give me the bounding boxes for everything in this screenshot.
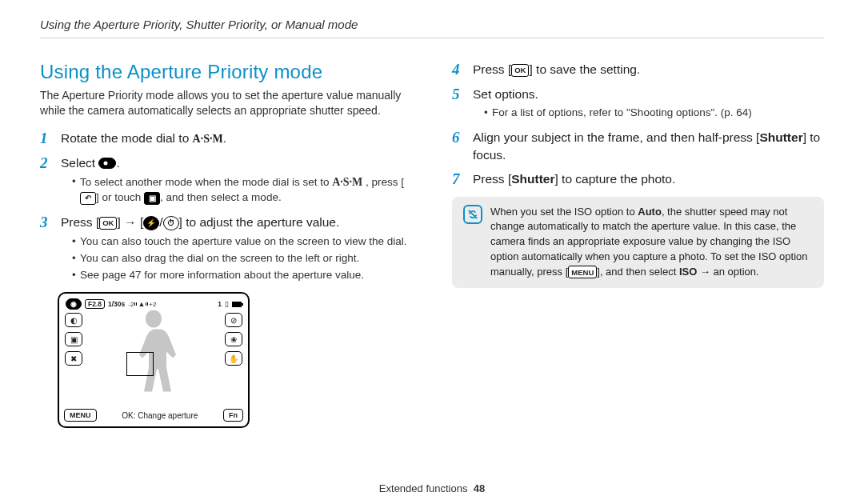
menu-button-icon: MENU	[568, 266, 597, 278]
step3-text-d: ] to adjust the aperture value.	[179, 215, 340, 229]
ok-button-icon: OK	[511, 64, 529, 77]
steps-left: Rotate the mode dial to A·S·M. Select . …	[40, 130, 412, 285]
mode-dial-asm-icon: A·S·M	[193, 133, 223, 145]
flash-icon: ⚡	[143, 216, 159, 230]
steps-right: Press [OK] to save the setting. Set opti…	[452, 61, 824, 189]
viewfinder-shutter: 1/30s	[108, 300, 125, 308]
viewfinder-fvalue: F2.8	[85, 299, 105, 309]
viewfinder-battery-icon	[232, 302, 242, 307]
step2-note-b: , press [	[366, 176, 404, 188]
section-heading: Using the Aperture Priority mode	[40, 61, 412, 83]
viewfinder-ev-scale: -2 ▲ +2	[128, 300, 156, 308]
camera-viewfinder-illustration: ◉ F2.8 1/30s -2 ▲ +2 1 ▯ ◐ ▣ ✖	[58, 292, 250, 428]
step3-note3: See page 47 for more information about t…	[72, 268, 407, 283]
step3-note1: You can also touch the aperture value on…	[72, 234, 407, 250]
step6-shutter: Shutter	[759, 130, 802, 144]
step7-shutter: Shutter	[511, 172, 554, 186]
viewfinder-fn-button: Fn	[223, 409, 243, 422]
step7-text-c: ] to capture the photo.	[554, 172, 675, 186]
camera-touch-icon: ▣	[144, 192, 160, 205]
step1-text-b: .	[223, 131, 226, 145]
step3-note2: You can also drag the dial on the screen…	[72, 251, 407, 266]
aperture-mode-icon	[98, 158, 116, 169]
step3-text-b: ] → [	[117, 215, 143, 229]
step5-note: For a list of options, refer to "Shootin…	[484, 106, 752, 121]
footer-label: Extended functions	[379, 482, 468, 494]
ok-button-icon: OK	[99, 217, 117, 230]
note-auto: Auto	[638, 206, 662, 218]
note-iso: ISO	[679, 266, 697, 278]
viewfinder-count: 1	[218, 300, 222, 308]
left-column: Using the Aperture Priority mode The Ape…	[40, 61, 412, 428]
right-column: Press [OK] to save the setting. Set opti…	[452, 61, 824, 428]
intro-text: The Aperture Priority mode allows you to…	[40, 88, 412, 118]
note-box: When you set the ISO option to Auto, the…	[452, 197, 824, 288]
step1-text-a: Rotate the mode dial to	[61, 131, 193, 145]
step2-note-a: To select another mode when the mode dia…	[80, 176, 332, 188]
step2-note-d: , and then select a mode.	[160, 191, 282, 203]
viewfinder-sd-icon: ▯	[225, 300, 229, 308]
note-a: When you set the ISO option to	[490, 206, 638, 218]
stabilizer-icon: ✋	[225, 351, 242, 366]
step3-text-a: Press [	[61, 215, 99, 229]
page-footer: Extended functions 48	[0, 482, 864, 494]
viewfinder-left-icons: ◐ ▣ ✖	[64, 310, 83, 407]
step2-text-b: .	[116, 156, 119, 170]
timer-icon: ⏱	[163, 216, 179, 230]
flash-mode-icon: ⊘	[225, 313, 242, 327]
note-d: → an option.	[697, 266, 758, 278]
step6-text-a: Align your subject in the frame, and the…	[473, 130, 759, 144]
note-c: ], and then select	[597, 266, 679, 278]
step3-text-c: /	[159, 215, 162, 229]
footer-page: 48	[474, 482, 485, 494]
viewfinder-mode-icon: ◉	[66, 298, 82, 310]
step2-note-c: ] or touch	[96, 191, 144, 203]
back-icon: ↶	[80, 192, 96, 205]
step4-text-a: Press [	[473, 62, 511, 76]
burst-icon: ▣	[65, 332, 82, 346]
breadcrumb: Using the Aperture Priority, Shutter Pri…	[40, 18, 824, 38]
asm-icon: A·S·M	[332, 176, 362, 188]
flash-off-icon: ✖	[65, 351, 82, 366]
step5-text: Set options.	[473, 87, 538, 101]
step7-text-a: Press [	[473, 172, 511, 186]
note-icon	[463, 205, 482, 224]
focus-box	[126, 352, 154, 376]
step2-text-a: Select	[61, 156, 98, 170]
macro-icon: ❀	[225, 332, 242, 346]
viewfinder-right-icons: ⊘ ❀ ✋	[224, 310, 243, 407]
step4-text-b: ] to save the setting.	[529, 62, 640, 76]
svg-point-0	[104, 162, 108, 166]
viewfinder-menu-button: MENU	[64, 409, 97, 422]
viewfinder-ok-label: OK: Change aperture	[102, 411, 219, 420]
scene-icon: ◐	[65, 313, 82, 327]
